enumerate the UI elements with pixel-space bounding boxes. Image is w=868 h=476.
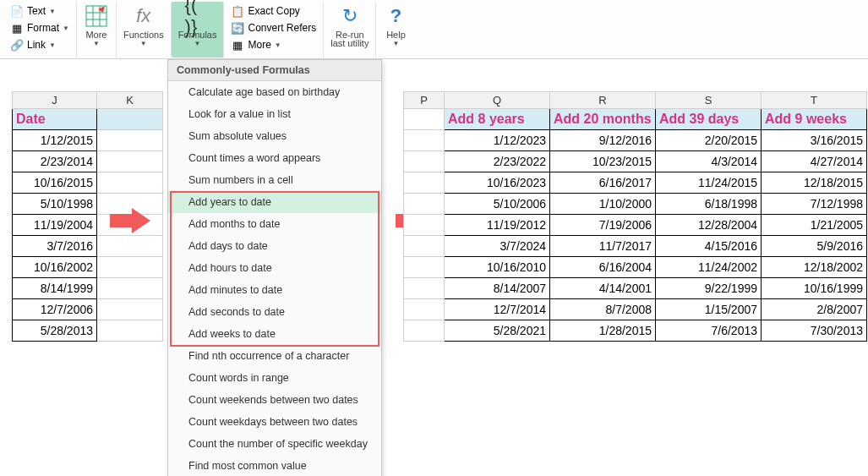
functions-button[interactable]: fx Functions ▼ <box>117 2 172 57</box>
empty-cell[interactable] <box>97 130 163 151</box>
result-cell[interactable]: 6/16/2017 <box>550 172 656 194</box>
result-cell[interactable]: 9/22/1999 <box>656 278 762 299</box>
date-cell[interactable]: 3/7/2016 <box>13 236 97 257</box>
menu-item[interactable]: Calculate age based on birthday <box>168 81 381 103</box>
result-cell[interactable]: 3/7/2024 <box>445 236 550 257</box>
formulas-button[interactable]: {( )} Formulas ▼ <box>172 2 225 57</box>
menu-item[interactable]: Count words in range <box>168 367 381 389</box>
empty-cell[interactable] <box>97 257 163 278</box>
result-cell[interactable]: 4/15/2016 <box>656 236 762 257</box>
empty-cell[interactable] <box>97 278 163 299</box>
rerun-button[interactable]: ↻ Re-run last utility <box>324 2 376 57</box>
text-dropdown[interactable]: 📄 Text ▼ <box>8 3 71 19</box>
empty-cell[interactable] <box>404 299 445 320</box>
empty-cell[interactable] <box>404 194 445 215</box>
result-cell[interactable]: 1/28/2015 <box>550 320 656 342</box>
date-cell[interactable]: 1/12/2015 <box>13 130 97 151</box>
date-cell[interactable]: 12/7/2006 <box>13 299 97 320</box>
result-cell[interactable]: 10/23/2015 <box>550 151 656 172</box>
empty-cell[interactable] <box>97 109 163 130</box>
empty-cell[interactable] <box>97 236 163 257</box>
menu-item[interactable]: Count weekends between two dates <box>168 389 381 411</box>
empty-cell[interactable] <box>404 130 445 151</box>
result-cell[interactable]: 1/12/2023 <box>445 130 550 151</box>
date-cell[interactable]: 5/10/1998 <box>13 194 97 215</box>
result-cell[interactable]: 8/14/2007 <box>445 278 550 299</box>
empty-cell[interactable] <box>97 320 163 342</box>
result-cell[interactable]: 2/23/2022 <box>445 151 550 172</box>
menu-item[interactable]: Add years to date <box>168 191 381 213</box>
result-cell[interactable]: 5/10/2006 <box>445 194 550 215</box>
date-cell[interactable]: 10/16/2002 <box>13 257 97 278</box>
result-cell[interactable]: 6/16/2004 <box>550 257 656 278</box>
result-cell[interactable]: 5/28/2021 <box>445 320 550 342</box>
menu-item[interactable]: Find nth occurrence of a character <box>168 345 381 367</box>
add-months-header[interactable]: Add 20 months <box>550 109 656 130</box>
format-dropdown[interactable]: ▦ Format ▼ <box>8 19 71 36</box>
empty-cell[interactable] <box>404 320 445 342</box>
date-cell[interactable]: 8/14/1999 <box>13 278 97 299</box>
empty-cell[interactable] <box>404 172 445 194</box>
more2-dropdown[interactable]: ▦ More ▼ <box>229 36 318 53</box>
result-cell[interactable]: 2/20/2015 <box>656 130 762 151</box>
result-cell[interactable]: 7/30/2013 <box>762 320 867 342</box>
add-years-header[interactable]: Add 8 years <box>445 109 550 130</box>
add-days-header[interactable]: Add 39 days <box>656 109 762 130</box>
menu-item[interactable]: Count weekdays between two dates <box>168 411 381 433</box>
date-cell[interactable]: 10/16/2015 <box>13 172 97 194</box>
empty-cell[interactable] <box>404 109 445 130</box>
result-cell[interactable]: 7/19/2006 <box>550 215 656 236</box>
result-cell[interactable]: 10/16/2010 <box>445 257 550 278</box>
result-cell[interactable]: 8/7/2008 <box>550 299 656 320</box>
empty-cell[interactable] <box>97 299 163 320</box>
col-header-s[interactable]: S <box>656 92 762 109</box>
menu-item[interactable]: Add months to date <box>168 213 381 235</box>
menu-item[interactable]: Add days to date <box>168 235 381 257</box>
link-dropdown[interactable]: 🔗 Link ▼ <box>8 36 71 53</box>
date-cell[interactable]: 2/23/2014 <box>13 151 97 172</box>
menu-item[interactable]: Add weeks to date <box>168 323 381 345</box>
result-cell[interactable]: 7/12/1998 <box>762 194 867 215</box>
result-cell[interactable]: 1/21/2005 <box>762 215 867 236</box>
more-button[interactable]: More ▼ <box>77 2 117 57</box>
result-cell[interactable]: 1/10/2000 <box>550 194 656 215</box>
empty-cell[interactable] <box>404 215 445 236</box>
menu-item[interactable]: Add seconds to date <box>168 301 381 323</box>
result-cell[interactable]: 10/16/1999 <box>762 278 867 299</box>
menu-item[interactable]: Count times a word appears <box>168 147 381 169</box>
result-cell[interactable]: 7/6/2013 <box>656 320 762 342</box>
col-header-p[interactable]: P <box>404 92 445 109</box>
result-cell[interactable]: 12/28/2004 <box>656 215 762 236</box>
menu-item[interactable]: Look for a value in list <box>168 103 381 125</box>
empty-cell[interactable] <box>404 236 445 257</box>
date-cell[interactable]: 11/19/2004 <box>13 215 97 236</box>
menu-item[interactable]: Count the number of specific weekday <box>168 433 381 455</box>
menu-item[interactable]: Find most common value <box>168 455 381 476</box>
col-header-j[interactable]: J <box>13 92 97 109</box>
empty-cell[interactable] <box>97 172 163 194</box>
menu-item[interactable]: Sum numbers in a cell <box>168 169 381 191</box>
result-cell[interactable]: 4/14/2001 <box>550 278 656 299</box>
col-header-q[interactable]: Q <box>445 92 550 109</box>
convert-refers-button[interactable]: 🔄 Convert Refers <box>229 19 318 36</box>
menu-item[interactable]: Sum absolute values <box>168 125 381 147</box>
result-cell[interactable]: 11/19/2012 <box>445 215 550 236</box>
date-cell[interactable]: 5/28/2013 <box>13 320 97 342</box>
result-cell[interactable]: 10/16/2023 <box>445 172 550 194</box>
result-cell[interactable]: 9/12/2016 <box>550 130 656 151</box>
empty-cell[interactable] <box>404 151 445 172</box>
result-cell[interactable]: 4/3/2014 <box>656 151 762 172</box>
result-cell[interactable]: 11/7/2017 <box>550 236 656 257</box>
exact-copy-button[interactable]: 📋 Exact Copy <box>229 3 318 19</box>
result-cell[interactable]: 3/16/2015 <box>762 130 867 151</box>
result-cell[interactable]: 2/8/2007 <box>762 299 867 320</box>
result-cell[interactable]: 6/18/1998 <box>656 194 762 215</box>
result-cell[interactable]: 4/27/2014 <box>762 151 867 172</box>
date-header[interactable]: Date <box>13 109 97 130</box>
result-cell[interactable]: 1/15/2007 <box>656 299 762 320</box>
col-header-t[interactable]: T <box>762 92 867 109</box>
empty-cell[interactable] <box>97 151 163 172</box>
result-cell[interactable]: 12/18/2015 <box>762 172 867 194</box>
help-button[interactable]: ? Help ▼ <box>376 2 415 57</box>
col-header-k[interactable]: K <box>97 92 163 109</box>
